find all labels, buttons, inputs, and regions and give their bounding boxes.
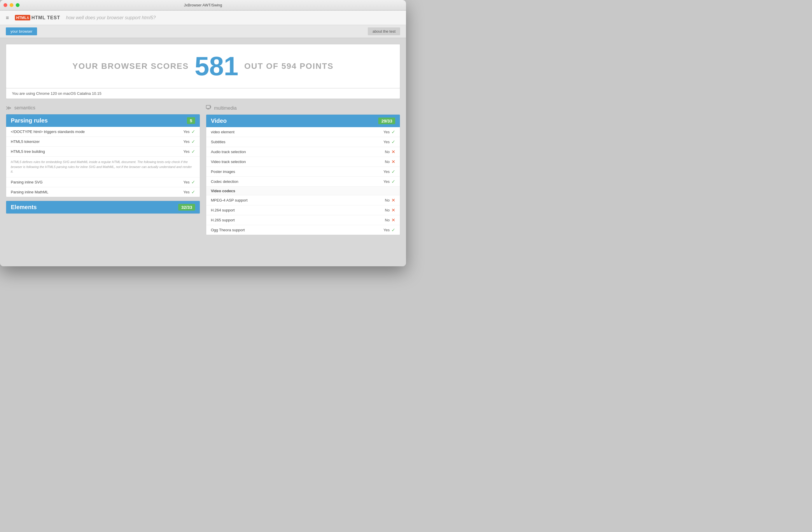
test-result: Yes ✓ bbox=[383, 169, 395, 174]
html5-badge: HTML5 bbox=[15, 15, 30, 20]
main-content: YOUR BROWSER SCORES 581 OUT OF 594 POINT… bbox=[0, 38, 406, 266]
x-icon: ✕ bbox=[391, 198, 395, 203]
tab-about-test[interactable]: about the test bbox=[368, 27, 400, 35]
navbar: ≡ HTML5 HTML TEST how well does your bro… bbox=[0, 11, 406, 25]
video-title: Video bbox=[211, 117, 227, 124]
test-label: Parsing inline MathML bbox=[11, 190, 48, 194]
test-result: No ✕ bbox=[385, 217, 395, 223]
test-result: Yes ✓ bbox=[383, 179, 395, 184]
tagline: how well does your browser support html5… bbox=[66, 15, 156, 20]
maximize-button[interactable] bbox=[16, 3, 19, 7]
test-result: Yes ✓ bbox=[383, 129, 395, 135]
multimedia-label: multimedia bbox=[214, 105, 236, 111]
multimedia-column: multimedia Video 29/33 video element Yes… bbox=[206, 105, 400, 239]
test-result: Yes ✓ bbox=[184, 189, 195, 195]
score-prefix: YOUR BROWSER SCORES bbox=[72, 61, 189, 71]
video-score: 29/33 bbox=[378, 117, 395, 124]
checkmark-icon: ✓ bbox=[191, 189, 195, 195]
video-header: Video 29/33 bbox=[206, 115, 400, 127]
table-row: HTML5 tree building Yes ✓ bbox=[6, 147, 200, 157]
test-label: video element bbox=[211, 130, 234, 134]
close-button[interactable] bbox=[3, 3, 7, 7]
table-row: Codec detection Yes ✓ bbox=[206, 177, 400, 187]
parsing-note: HTML5 defines rules for embedding SVG an… bbox=[6, 157, 200, 177]
test-result: No ✕ bbox=[385, 198, 395, 203]
test-result: Yes ✓ bbox=[383, 227, 395, 233]
hamburger-icon[interactable]: ≡ bbox=[6, 15, 9, 20]
test-result: No ✕ bbox=[385, 159, 395, 164]
test-label: Subtitles bbox=[211, 140, 226, 144]
checkmark-icon: ✓ bbox=[391, 227, 395, 233]
semantics-label: semantics bbox=[14, 105, 35, 111]
x-icon: ✕ bbox=[391, 159, 395, 164]
video-card: Video 29/33 video element Yes ✓ Subtitle… bbox=[206, 114, 400, 235]
badge-number: 5 bbox=[27, 16, 29, 19]
table-row: H.264 support No ✕ bbox=[206, 205, 400, 215]
parsing-rules-card: Parsing rules 5 <!DOCTYPE html> triggers… bbox=[6, 114, 200, 197]
window-title: JxBrowser AWT/Swing bbox=[184, 3, 222, 7]
test-label: Audio track selection bbox=[211, 149, 246, 154]
test-label: Codec detection bbox=[211, 179, 238, 184]
x-icon: ✕ bbox=[391, 217, 395, 223]
test-result: Yes ✓ bbox=[383, 139, 395, 145]
elements-title: Elements bbox=[11, 204, 37, 211]
elements-card: Elements 32/33 bbox=[6, 201, 200, 214]
multimedia-section-header: multimedia bbox=[206, 105, 400, 112]
categories-grid: ≫ semantics Parsing rules 5 <!DOCTYPE ht… bbox=[6, 105, 400, 239]
test-result: Yes ✓ bbox=[184, 179, 195, 185]
video-codecs-header: Video codecs bbox=[206, 187, 400, 196]
table-row: Poster images Yes ✓ bbox=[206, 167, 400, 177]
x-icon: ✕ bbox=[391, 149, 395, 155]
parsing-rules-header: Parsing rules 5 bbox=[6, 114, 200, 127]
test-label: <!DOCTYPE html> triggers standards mode bbox=[11, 129, 85, 134]
checkmark-icon: ✓ bbox=[191, 149, 195, 154]
test-label: H.265 support bbox=[211, 218, 235, 222]
test-label: MPEG-4 ASP support bbox=[211, 198, 248, 202]
test-result: No ✕ bbox=[385, 149, 395, 155]
titlebar: JxBrowser AWT/Swing bbox=[0, 0, 406, 11]
elements-score: 32/33 bbox=[178, 204, 195, 211]
minimize-button[interactable] bbox=[10, 3, 13, 7]
score-suffix: OUT OF 594 POINTS bbox=[244, 61, 333, 71]
semantics-column: ≫ semantics Parsing rules 5 <!DOCTYPE ht… bbox=[6, 105, 200, 239]
table-row: Subtitles Yes ✓ bbox=[206, 137, 400, 147]
svg-rect-0 bbox=[206, 105, 210, 109]
checkmark-icon: ✓ bbox=[391, 179, 395, 184]
checkmark-icon: ✓ bbox=[191, 129, 195, 134]
test-result: Yes ✓ bbox=[184, 139, 195, 144]
table-row: Video track selection No ✕ bbox=[206, 157, 400, 167]
checkmark-icon: ✓ bbox=[191, 139, 195, 144]
brand-text: HTML TEST bbox=[31, 15, 60, 20]
x-icon: ✕ bbox=[391, 207, 395, 213]
test-result: No ✕ bbox=[385, 207, 395, 213]
test-label: Ogg Theora support bbox=[211, 228, 245, 232]
test-result: Yes ✓ bbox=[184, 149, 195, 154]
checkmark-icon: ✓ bbox=[391, 129, 395, 135]
test-label: HTML5 tokenizer bbox=[11, 140, 40, 144]
semantics-section-header: ≫ semantics bbox=[6, 105, 200, 111]
score-banner: YOUR BROWSER SCORES 581 OUT OF 594 POINT… bbox=[6, 44, 400, 88]
checkmark-icon: ✓ bbox=[391, 139, 395, 145]
table-row: Parsing inline SVG Yes ✓ bbox=[6, 177, 200, 187]
browser-info: You are using Chrome 120 on macOS Catali… bbox=[6, 88, 400, 99]
score-number: 581 bbox=[194, 53, 238, 79]
table-row: Parsing inline MathML Yes ✓ bbox=[6, 187, 200, 197]
tabbar: your browser about the test bbox=[0, 25, 406, 38]
test-label: Poster images bbox=[211, 170, 235, 174]
table-row: HTML5 tokenizer Yes ✓ bbox=[6, 137, 200, 147]
test-label: HTML5 tree building bbox=[11, 149, 45, 154]
checkmark-icon: ✓ bbox=[391, 169, 395, 174]
test-label: H.264 support bbox=[211, 208, 235, 212]
elements-header: Elements 32/33 bbox=[6, 201, 200, 214]
table-row: <!DOCTYPE html> triggers standards mode … bbox=[6, 127, 200, 137]
parsing-rules-title: Parsing rules bbox=[11, 117, 48, 124]
table-row: video element Yes ✓ bbox=[206, 127, 400, 137]
table-row: MPEG-4 ASP support No ✕ bbox=[206, 196, 400, 205]
test-label: Parsing inline SVG bbox=[11, 180, 43, 184]
table-row: Ogg Theora support Yes ✓ bbox=[206, 225, 400, 235]
test-result: Yes ✓ bbox=[184, 129, 195, 134]
window-controls bbox=[3, 3, 19, 7]
semantics-icon: ≫ bbox=[6, 105, 11, 111]
tab-your-browser[interactable]: your browser bbox=[6, 27, 37, 35]
brand-logo: HTML5 HTML TEST bbox=[15, 15, 60, 20]
